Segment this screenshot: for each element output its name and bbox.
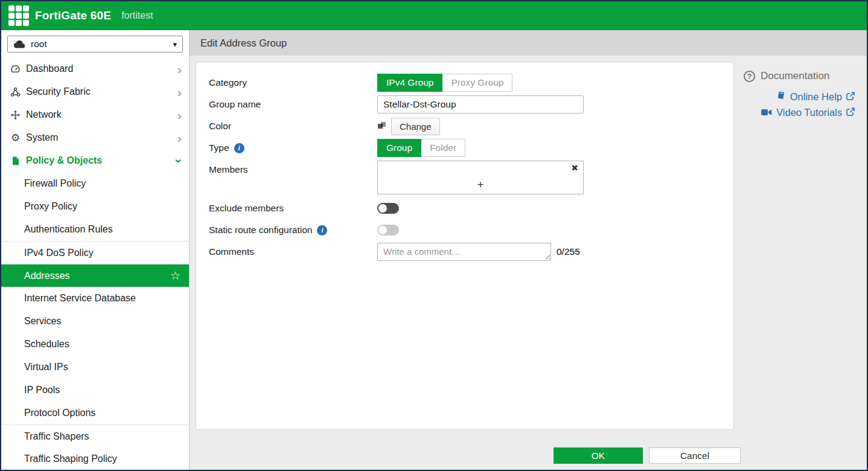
sidebar-item-label: Policy & Objects (26, 155, 102, 166)
security-fabric-icon (10, 87, 21, 97)
help-question-icon: ? (744, 71, 755, 82)
ok-button[interactable]: OK (554, 447, 643, 464)
chevron-right-icon: › (177, 109, 182, 121)
external-link-icon (846, 107, 855, 118)
form-actions: OK Cancel (554, 447, 741, 464)
policy-objects-icon (10, 156, 21, 166)
sidebar: root ▾ Dashboard › Security Fabric › (1, 30, 190, 470)
sidebar-item-label: Services (24, 316, 61, 327)
sidebar-item-label: Proxy Policy (24, 201, 77, 212)
network-icon (10, 110, 21, 120)
members-box[interactable]: ✖ + (377, 161, 584, 194)
topbar: FortiGate 60E fortitest (1, 1, 867, 30)
chevron-down-icon: › (173, 159, 186, 163)
sidebar-item-protocol-options[interactable]: Protocol Options (1, 402, 189, 425)
chevron-right-icon: › (177, 86, 182, 98)
static-route-label-text: Static route configuration (209, 225, 312, 236)
external-link-icon (846, 91, 855, 103)
type-segmented: Group Folder (377, 139, 465, 157)
static-route-toggle[interactable] (377, 225, 399, 236)
hostname: fortitest (121, 10, 153, 21)
page-title: Edit Address Group (190, 30, 867, 56)
color-change-button[interactable]: Change (391, 118, 440, 135)
sidebar-item-addresses[interactable]: Addresses ☆ (1, 264, 189, 287)
type-row: Type i Group Folder (209, 137, 733, 159)
color-label: Color (209, 121, 377, 132)
category-option-ipv4-group[interactable]: IPv4 Group (377, 74, 442, 92)
sidebar-item-label: Traffic Shaping Policy (24, 453, 117, 464)
system-gear-icon: ⚙ (10, 133, 21, 143)
sidebar-item-virtual-ips[interactable]: Virtual IPs (1, 356, 189, 379)
documentation-title: Documentation (761, 70, 829, 82)
sidebar-item-security-fabric[interactable]: Security Fabric › (1, 80, 189, 103)
sidebar-item-authentication-rules[interactable]: Authentication Rules (1, 218, 189, 241)
group-name-label: Group name (209, 99, 377, 110)
edit-address-group-form: Category IPv4 Group Proxy Group Group na… (196, 62, 734, 430)
sidebar-item-label: IP Pools (24, 385, 60, 396)
sidebar-item-firewall-policy[interactable]: Firewall Policy (1, 172, 189, 195)
info-icon: i (234, 143, 244, 153)
static-route-label: Static route configuration i (209, 225, 377, 236)
exclude-members-toggle[interactable] (377, 203, 399, 214)
comments-input[interactable] (377, 243, 551, 261)
vdom-selector[interactable]: root ▾ (7, 36, 183, 53)
sidebar-item-schedules[interactable]: Schedules (1, 333, 189, 356)
sidebar-item-label: System (26, 132, 58, 143)
dashboard-icon (10, 64, 21, 74)
sidebar-item-traffic-shaping-policy[interactable]: Traffic Shaping Policy (1, 447, 189, 470)
sidebar-item-system[interactable]: ⚙ System › (1, 126, 189, 149)
color-row: Color Change (209, 115, 733, 137)
sidebar-item-label: Network (26, 109, 62, 120)
sidebar-item-proxy-policy[interactable]: Proxy Policy (1, 195, 189, 218)
favorite-star-icon[interactable]: ☆ (170, 270, 180, 281)
category-segmented: IPv4 Group Proxy Group (377, 74, 512, 92)
video-tutorials-label: Video Tutorials (776, 107, 842, 118)
device-name: FortiGate 60E (35, 9, 111, 22)
type-label: Type i (209, 143, 377, 153)
sidebar-item-dashboard[interactable]: Dashboard › (1, 57, 189, 80)
online-help-link[interactable]: Online Help (776, 91, 855, 103)
video-tutorials-link[interactable]: Video Tutorials (761, 107, 855, 118)
exclude-members-label: Exclude members (209, 203, 377, 214)
fortinet-logo-icon (8, 5, 29, 26)
sidebar-item-label: IPv4 DoS Policy (24, 248, 94, 258)
members-label: Members (209, 161, 377, 175)
category-label: Category (209, 77, 377, 88)
sidebar-item-label: Protocol Options (24, 408, 95, 418)
sidebar-item-label: Internet Service Database (24, 293, 136, 304)
sidebar-item-label: Dashboard (26, 63, 73, 74)
chevron-right-icon: › (177, 63, 182, 75)
sidebar-item-label: Traffic Shapers (24, 431, 89, 442)
cancel-button[interactable]: Cancel (649, 447, 741, 464)
sidebar-item-network[interactable]: Network › (1, 103, 189, 126)
sidebar-item-policy-objects[interactable]: Policy & Objects › (1, 149, 189, 172)
sidebar-item-label: Addresses (24, 271, 70, 281)
comments-row: Comments 0/255 (209, 241, 733, 263)
type-option-group[interactable]: Group (377, 139, 421, 157)
clear-members-icon[interactable]: ✖ (571, 163, 578, 173)
group-name-input[interactable] (377, 95, 584, 114)
video-camera-icon (761, 107, 772, 118)
sidebar-menu: Dashboard › Security Fabric › Network › (1, 57, 189, 470)
category-option-proxy-group[interactable]: Proxy Group (442, 74, 512, 92)
sidebar-item-ip-pools[interactable]: IP Pools (1, 379, 189, 402)
app-window: FortiGate 60E fortitest root ▾ Dashboard… (1, 1, 867, 470)
sidebar-item-ipv4-dos-policy[interactable]: IPv4 DoS Policy (1, 241, 189, 264)
sidebar-item-label: Virtual IPs (24, 362, 68, 373)
sidebar-item-internet-service-database[interactable]: Internet Service Database (1, 287, 189, 310)
add-member-icon[interactable]: + (477, 179, 484, 191)
category-row: Category IPv4 Group Proxy Group (209, 72, 733, 94)
comments-char-counter: 0/255 (557, 246, 580, 257)
chevron-right-icon: › (177, 132, 182, 144)
type-option-folder[interactable]: Folder (421, 139, 465, 157)
vdom-label: root (31, 39, 47, 50)
documentation-header: ? Documentation (744, 70, 857, 82)
sidebar-item-label: Authentication Rules (24, 224, 113, 235)
info-icon: i (317, 225, 327, 236)
sidebar-item-traffic-shapers[interactable]: Traffic Shapers (1, 425, 189, 447)
static-route-row: Static route configuration i (209, 219, 733, 241)
online-help-label: Online Help (790, 91, 842, 103)
documentation-panel: ? Documentation Online Help (744, 62, 857, 470)
sidebar-item-label: Firewall Policy (24, 178, 86, 189)
sidebar-item-services[interactable]: Services (1, 310, 189, 333)
